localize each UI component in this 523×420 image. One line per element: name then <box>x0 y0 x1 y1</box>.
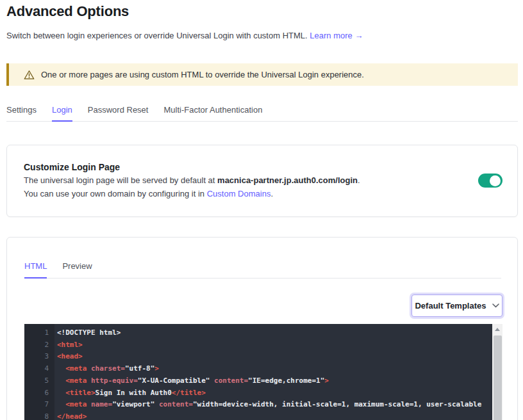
code-token-pln <box>57 389 65 397</box>
code-token-str: "width=device-width, initial-scale=1, ma… <box>193 400 481 408</box>
tab-multi-factor-authentication[interactable]: Multi-Factor Authentication <box>163 104 262 122</box>
code-line: <html> <box>57 339 492 351</box>
tab-html[interactable]: HTML <box>24 261 47 279</box>
tab-preview[interactable]: Preview <box>62 261 92 279</box>
custom-domains-link[interactable]: Custom Domains <box>207 189 271 198</box>
code-token-pln <box>57 400 65 408</box>
tenant-domain: macnica-partner.jp.auth0.com/login <box>217 175 358 185</box>
toggle-knob <box>490 175 501 186</box>
default-templates-dropdown[interactable]: Default Templates <box>411 295 502 317</box>
code-token-pln <box>87 400 91 408</box>
code-token-str: "X-UA-Compatible" <box>138 376 210 385</box>
scroll-up-button[interactable] <box>492 324 502 334</box>
page: { "page": { "title": "Advanced Options",… <box>0 0 523 420</box>
page-title: Advanced Options <box>6 3 129 20</box>
code-token-attr: content= <box>159 400 193 408</box>
code-token-pln <box>57 376 65 385</box>
code-token-tag: <meta <box>65 400 87 408</box>
code-token-tag: <meta <box>65 364 87 373</box>
customize-login-title: Customize Login Page <box>24 162 120 172</box>
code-token-pln: <!DOCTYPE html> <box>57 328 120 337</box>
tab-settings[interactable]: Settings <box>6 104 37 122</box>
dropdown-label: Default Templates <box>415 301 486 311</box>
code-token-str: "utf-8" <box>125 364 154 373</box>
code-line: <!DOCTYPE html> <box>57 327 492 339</box>
line-number: 6 <box>24 387 49 400</box>
line2-suffix: . <box>270 189 273 198</box>
page-subtitle: Switch between login experiences or over… <box>6 31 363 40</box>
code-token-tag: > <box>324 376 329 385</box>
line2-prefix: You can use your own domain by configuri… <box>24 189 207 198</box>
arrow-up-icon <box>495 328 500 331</box>
code-token-pln <box>154 400 159 408</box>
code-editor[interactable]: 12345678 <!DOCTYPE html><html><head> <me… <box>24 324 502 420</box>
line1-suffix: . <box>358 175 360 185</box>
code-token-tag: </head> <box>57 412 87 420</box>
code-line: <head> <box>57 351 492 363</box>
code-token-tag: <head> <box>57 352 83 360</box>
customize-login-card: Customize Login Page The universal login… <box>6 145 518 217</box>
code-token-tag: <meta <box>65 376 87 385</box>
tab-login[interactable]: Login <box>52 104 72 122</box>
line1-prefix: The universal login page will be served … <box>24 175 217 185</box>
customize-login-toggle[interactable] <box>478 174 502 188</box>
code-token-attr: charset= <box>91 364 125 373</box>
warning-banner: One or more pages are using custom HTML … <box>6 63 518 86</box>
code-token-attr: content= <box>214 376 248 385</box>
code-token-str: "IE=edge,chrome=1" <box>248 376 324 385</box>
code-token-pln <box>87 376 91 385</box>
line-number: 2 <box>24 339 49 351</box>
subtitle-text: Switch between login experiences or over… <box>6 31 308 40</box>
code-token-attr: http-equiv= <box>91 376 138 385</box>
code-token-pln <box>57 364 65 373</box>
customize-login-line1: The universal login page will be served … <box>24 175 360 185</box>
line-number: 1 <box>24 327 49 339</box>
code-token-tag: <title> <box>65 389 95 397</box>
customize-login-line2: You can use your own domain by configuri… <box>24 189 273 198</box>
editor-tabs: HTML Preview <box>24 261 501 279</box>
code-token-pln <box>87 364 91 373</box>
scrollbar-thumb[interactable] <box>494 335 502 420</box>
tab-password-reset[interactable]: Password Reset <box>88 104 149 122</box>
line-number: 3 <box>24 351 49 363</box>
line-number: 5 <box>24 375 49 387</box>
code-line: <meta http-equiv="X-UA-Compatible" conte… <box>57 375 492 387</box>
code-line: <meta name="viewport" content="width=dev… <box>57 399 492 411</box>
line-number: 4 <box>24 363 49 375</box>
editor-scrollbar[interactable] <box>492 324 502 420</box>
line-numbers: 12345678 <box>24 324 54 420</box>
chevron-down-icon <box>492 303 499 308</box>
code-token-attr: name= <box>91 400 112 408</box>
learn-more-link[interactable]: Learn more → <box>310 31 363 40</box>
code-token-tag: <html> <box>57 341 83 349</box>
warning-text: One or more pages are using custom HTML … <box>41 70 364 79</box>
code-token-tag: </title> <box>172 389 206 397</box>
code-token-tag: > <box>154 364 159 373</box>
warning-icon <box>24 70 35 80</box>
line-number: 7 <box>24 399 49 411</box>
code-line: <title>Sign In with Auth0</title> <box>57 387 492 400</box>
line-number: 8 <box>24 411 49 420</box>
editor-card: HTML Preview Default Templates 12345678 … <box>6 237 518 420</box>
main-tabs: Settings Login Password Reset Multi-Fact… <box>6 104 518 122</box>
code-token-str: "viewport" <box>112 400 154 408</box>
code-token-pln: Sign In with Auth0 <box>95 389 172 397</box>
code-content[interactable]: <!DOCTYPE html><html><head> <meta charse… <box>54 324 492 420</box>
code-line: </head> <box>57 411 492 420</box>
code-line: <meta charset="utf-8"> <box>57 363 492 375</box>
